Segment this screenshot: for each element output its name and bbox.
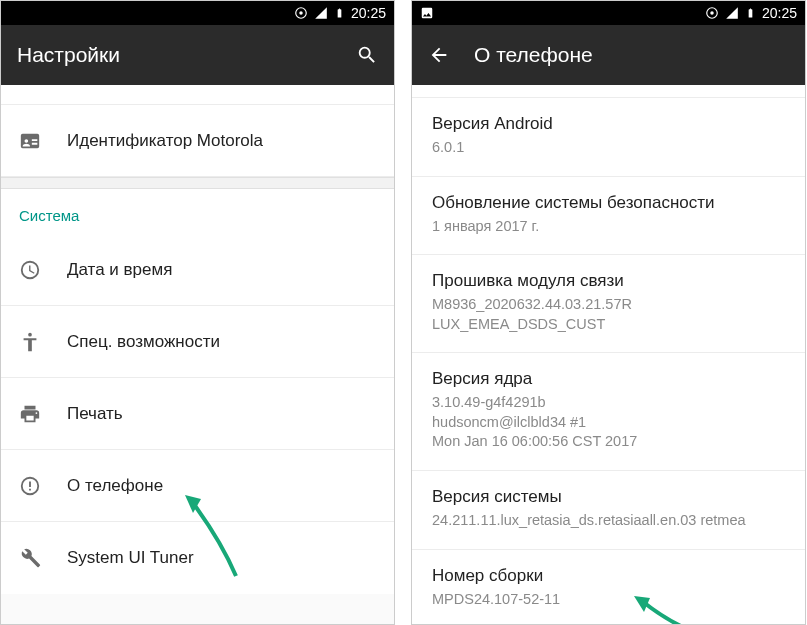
search-icon[interactable]	[356, 44, 378, 66]
app-bar: Настройки	[1, 25, 394, 85]
info-icon	[19, 475, 41, 497]
list-item-label: System UI Tuner	[67, 548, 194, 568]
status-time: 20:25	[351, 5, 386, 21]
list-item-accessibility[interactable]: Спец. возможности	[1, 306, 394, 378]
list-item-label: Спец. возможности	[67, 332, 220, 352]
list-item-systemui-tuner[interactable]: System UI Tuner	[1, 522, 394, 594]
print-icon	[19, 403, 41, 425]
info-primary: Обновление системы безопасности	[432, 193, 785, 213]
list-item-motorola-id[interactable]: Идентификатор Motorola	[1, 105, 394, 177]
info-secondary: 3.10.49-g4f4291b hudsoncm@ilclbld34 #1 M…	[432, 393, 785, 452]
image-icon	[420, 6, 434, 20]
back-arrow-icon[interactable]	[428, 44, 450, 66]
status-time: 20:25	[762, 5, 797, 21]
info-block-build-number[interactable]: Номер сборки MPDS24.107-52-11	[412, 550, 805, 625]
battery-icon	[745, 6, 756, 20]
signal-icon	[314, 6, 328, 20]
info-primary: Версия Android	[432, 114, 785, 134]
app-bar: О телефоне	[412, 25, 805, 85]
about-list: Версия Android 6.0.1 Обновление системы …	[412, 85, 805, 624]
clock-icon	[19, 259, 41, 281]
id-card-icon	[19, 130, 41, 152]
info-block-system-version[interactable]: Версия системы 24.211.11.lux_retasia_ds.…	[412, 471, 805, 550]
sync-icon	[705, 6, 719, 20]
section-header-system: Система	[1, 189, 394, 234]
list-item-partial	[1, 85, 394, 105]
settings-list: Идентификатор Motorola Система Дата и вр…	[1, 85, 394, 624]
status-bar: 20:25	[412, 1, 805, 25]
status-bar: 20:25	[1, 1, 394, 25]
list-item-label: Печать	[67, 404, 123, 424]
info-secondary: 24.211.11.lux_retasia_ds.retasiaall.en.0…	[432, 511, 785, 531]
info-block-android-version[interactable]: Версия Android 6.0.1	[412, 98, 805, 177]
accessibility-icon	[19, 331, 41, 353]
info-block-partial	[412, 85, 805, 98]
info-block-kernel[interactable]: Версия ядра 3.10.49-g4f4291b hudsoncm@il…	[412, 353, 805, 471]
info-block-baseband[interactable]: Прошивка модуля связи M8936_2020632.44.0…	[412, 255, 805, 353]
list-item-print[interactable]: Печать	[1, 378, 394, 450]
svg-point-1	[299, 11, 303, 15]
signal-icon	[725, 6, 739, 20]
battery-icon	[334, 6, 345, 20]
section-divider	[1, 177, 394, 189]
page-title: Настройки	[17, 43, 120, 67]
svg-point-4	[710, 11, 714, 15]
info-block-security-patch[interactable]: Обновление системы безопасности 1 января…	[412, 177, 805, 256]
info-primary: Версия ядра	[432, 369, 785, 389]
sync-icon	[294, 6, 308, 20]
info-secondary: 6.0.1	[432, 138, 785, 158]
info-primary: Номер сборки	[432, 566, 785, 586]
info-secondary: M8936_2020632.44.03.21.57R LUX_EMEA_DSDS…	[432, 295, 785, 334]
phone-left: 20:25 Настройки Идентификатор Motorola С…	[0, 0, 395, 625]
list-item-about-phone[interactable]: О телефоне	[1, 450, 394, 522]
info-primary: Прошивка модуля связи	[432, 271, 785, 291]
info-primary: Версия системы	[432, 487, 785, 507]
wrench-icon	[19, 547, 41, 569]
list-item-label: Дата и время	[67, 260, 172, 280]
list-item-date-time[interactable]: Дата и время	[1, 234, 394, 306]
phone-right: 20:25 О телефоне Версия Android 6.0.1 Об…	[411, 0, 806, 625]
page-title: О телефоне	[474, 43, 593, 67]
info-secondary: MPDS24.107-52-11	[432, 590, 785, 610]
svg-point-2	[28, 332, 32, 336]
info-secondary: 1 января 2017 г.	[432, 217, 785, 237]
list-item-label: О телефоне	[67, 476, 163, 496]
list-item-label: Идентификатор Motorola	[67, 131, 263, 151]
